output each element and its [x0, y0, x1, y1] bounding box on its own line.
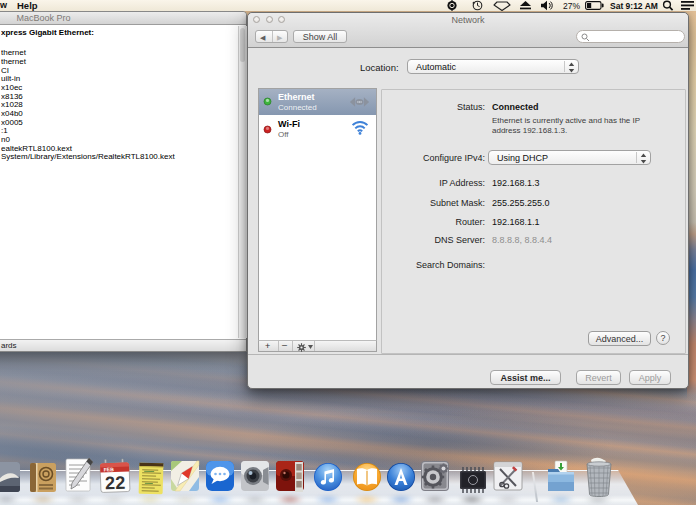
svg-text:22: 22	[105, 473, 126, 494]
svg-text:FEB: FEB	[104, 466, 115, 472]
